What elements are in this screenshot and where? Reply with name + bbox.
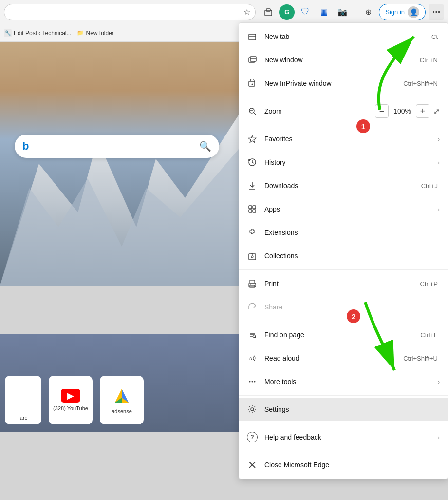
menu-item-new-tab[interactable]: New tab Ct [239,25,448,48]
extensions-icon [247,227,258,238]
svg-rect-28 [250,280,255,283]
svg-point-37 [254,381,256,383]
menu-section-zoom: Zoom − 100% + ⤢ [239,97,448,125]
dropdown-menu: New tab Ct New window Ctrl+N New InPriva… [239,22,448,479]
settings-label: Settings [264,405,440,413]
menu-item-inprivate[interactable]: New InPrivate window Ctrl+Shift+N [239,72,448,95]
menu-item-downloads[interactable]: Downloads Ctrl+J [239,174,448,197]
quick-link-youtube[interactable]: ▶ (328) YouTube [49,376,93,424]
menu-item-settings[interactable]: Settings [239,398,448,421]
grammarly-btn[interactable]: G [279,4,295,20]
svg-rect-8 [249,34,256,40]
menu-item-more-tools[interactable]: More tools › [239,370,448,393]
svg-rect-21 [253,206,256,209]
bing-logo: b [22,140,29,153]
sign-in-button[interactable]: Sign in 👤 [379,4,426,20]
menu-section-new: New tab Ct New window Ctrl+N New InPriva… [239,23,448,97]
help-arrow-icon: › [438,434,440,441]
menu-section-settings: Settings [239,396,448,423]
shield-btn[interactable]: 🛡 [298,4,313,20]
close-edge-icon [247,460,258,470]
collections-label: Collections [264,252,440,260]
mountain-svg [0,42,239,286]
new-tab-icon [247,31,258,42]
history-arrow-icon: › [438,159,440,166]
svg-point-14 [252,84,253,85]
bookmark-star-icon[interactable]: ☆ [243,7,250,17]
apps-label: Apps [264,205,436,213]
menu-item-read-aloud[interactable]: A Read aloud Ctrl+Shift+U [239,346,448,370]
more-tools-arrow-icon: › [438,378,440,385]
new-window-shortcut: Ctrl+N [420,57,438,64]
close-edge-label: Close Microsoft Edge [264,461,440,469]
menu-item-new-window[interactable]: New window Ctrl+N [239,48,448,72]
circle-2-label: 2 [352,312,355,321]
favorites-arrow-icon: › [438,135,440,143]
zoom-decrease-button[interactable]: − [375,104,389,118]
quick-link-adsense[interactable]: adsense [100,376,144,424]
quick-link-cloudflare-label: lare [19,415,27,421]
downloads-label: Downloads [264,182,421,190]
menu-item-extensions[interactable]: Extensions [239,221,448,244]
toolbar-divider [355,6,355,18]
bookmark-new-folder[interactable]: 📁 New folder [76,29,114,37]
svg-rect-22 [249,210,252,212]
svg-point-38 [251,408,254,411]
menu-section-help: ? Help and feedback › [239,423,448,451]
zoom-row: Zoom − 100% + ⤢ [239,99,448,123]
read-aloud-shortcut: Ctrl+Shift+U [403,355,438,362]
svg-point-35 [249,381,251,383]
zoom-increase-button[interactable]: + [416,104,429,118]
more-tools-icon [247,376,258,387]
camera-btn[interactable]: 📷 [335,4,350,20]
svg-line-16 [254,113,256,115]
downloads-shortcut: Ctrl+J [421,182,438,190]
print-icon [247,278,258,289]
sign-in-label: Sign in [385,8,405,16]
new-tab-label: New tab [264,33,431,40]
annotation-circle-2: 2 [347,309,360,323]
bookmark-edit-post-icon: 🔧 [4,29,12,37]
zoom-expand-icon[interactable]: ⤢ [433,107,440,116]
menu-item-collections[interactable]: Collections [239,244,448,268]
downloads-icon [247,180,258,191]
more-menu-button[interactable]: ··· [429,4,444,20]
new-tab-shortcut: Ct [431,33,438,40]
trello-btn[interactable]: ▦ [316,4,332,20]
annotation-circle-1: 1 [356,119,370,133]
read-aloud-icon: A [247,353,258,364]
bookmarks-bar: 🔧 Edit Post ‹ Technical... 📁 New folder [0,24,239,42]
share-icon [247,302,258,312]
menu-item-favorites[interactable]: Favorites › [239,127,448,151]
tab-btn[interactable]: ⊕ [360,4,376,20]
svg-rect-20 [249,206,252,209]
new-window-label: New window [264,56,420,64]
menu-item-close-edge[interactable]: Close Microsoft Edge [239,453,448,477]
print-shortcut: Ctrl+P [420,280,438,288]
menu-item-print[interactable]: Print Ctrl+P [239,272,448,295]
svg-point-32 [253,335,256,338]
bookmark-edit-post[interactable]: 🔧 Edit Post ‹ Technical... [4,29,72,37]
address-bar[interactable]: ☆ [4,4,256,20]
menu-section-print: Print Ctrl+P Share [239,270,448,321]
svg-point-25 [251,256,253,258]
svg-rect-30 [250,285,255,287]
menu-item-help-feedback[interactable]: ? Help and feedback › [239,425,448,449]
search-icon[interactable]: 🔍 [199,140,211,152]
page-search-bar[interactable]: b 🔍 [15,135,219,158]
svg-rect-11 [250,57,256,61]
quick-link-cloudflare[interactable]: lare [5,376,41,424]
find-shortcut: Ctrl+F [420,331,438,339]
menu-section-close: Close Microsoft Edge [239,451,448,479]
tabs-btn[interactable] [261,4,276,20]
menu-item-share[interactable]: Share [239,295,448,319]
inprivate-label: New InPrivate window [264,79,403,87]
history-icon [247,157,258,168]
quick-link-adsense-label: adsense [112,408,132,414]
quick-link-youtube-label: (328) YouTube [53,405,88,411]
more-tools-label: More tools [264,378,436,385]
menu-item-find-on-page[interactable]: Find on page Ctrl+F [239,323,448,346]
menu-item-apps[interactable]: Apps › [239,197,448,221]
svg-line-33 [255,337,256,338]
menu-item-history[interactable]: History › [239,151,448,174]
